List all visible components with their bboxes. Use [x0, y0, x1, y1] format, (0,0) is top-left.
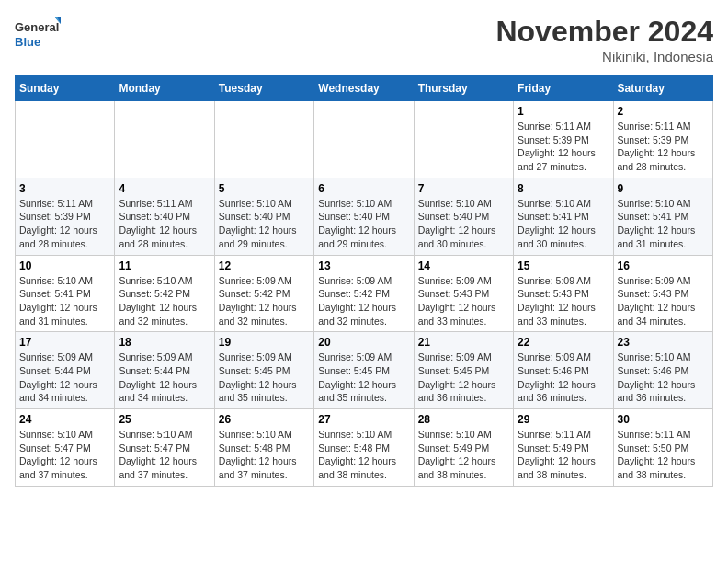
week-row-3: 10Sunrise: 5:10 AM Sunset: 5:41 PM Dayli… [16, 255, 713, 332]
day-number: 28 [418, 413, 509, 426]
empty-cell [414, 101, 513, 178]
day-cell-23: 23Sunrise: 5:10 AM Sunset: 5:46 PM Dayli… [613, 332, 712, 409]
day-cell-13: 13Sunrise: 5:09 AM Sunset: 5:42 PM Dayli… [314, 255, 414, 332]
day-info: Sunrise: 5:09 AM Sunset: 5:45 PM Dayligh… [318, 350, 409, 405]
day-number: 19 [219, 336, 310, 349]
day-number: 29 [518, 413, 609, 426]
day-number: 26 [219, 413, 310, 426]
day-cell-3: 3Sunrise: 5:11 AM Sunset: 5:39 PM Daylig… [16, 178, 115, 255]
day-info: Sunrise: 5:11 AM Sunset: 5:39 PM Dayligh… [618, 120, 709, 174]
day-cell-14: 14Sunrise: 5:09 AM Sunset: 5:43 PM Dayli… [414, 255, 513, 332]
day-cell-1: 1Sunrise: 5:11 AM Sunset: 5:39 PM Daylig… [514, 101, 613, 178]
empty-cell [314, 101, 414, 178]
day-number: 18 [119, 336, 210, 349]
day-cell-9: 9Sunrise: 5:10 AM Sunset: 5:41 PM Daylig… [613, 178, 712, 255]
day-cell-20: 20Sunrise: 5:09 AM Sunset: 5:45 PM Dayli… [314, 332, 414, 409]
empty-cell [214, 101, 313, 178]
day-number: 1 [518, 105, 609, 118]
weekday-header-tuesday: Tuesday [214, 76, 313, 101]
day-info: Sunrise: 5:09 AM Sunset: 5:44 PM Dayligh… [119, 350, 210, 405]
day-info: Sunrise: 5:10 AM Sunset: 5:49 PM Dayligh… [418, 428, 509, 482]
day-cell-22: 22Sunrise: 5:09 AM Sunset: 5:46 PM Dayli… [514, 332, 613, 409]
weekday-header-monday: Monday [115, 76, 214, 101]
title-block: November 2024 Nikiniki, Indonesia [495, 15, 713, 64]
empty-cell [16, 101, 115, 178]
day-info: Sunrise: 5:09 AM Sunset: 5:43 PM Dayligh… [618, 274, 709, 328]
day-cell-11: 11Sunrise: 5:10 AM Sunset: 5:42 PM Dayli… [115, 255, 214, 332]
day-cell-30: 30Sunrise: 5:11 AM Sunset: 5:50 PM Dayli… [613, 409, 712, 487]
day-number: 30 [618, 413, 709, 426]
day-number: 21 [418, 336, 509, 349]
day-info: Sunrise: 5:10 AM Sunset: 5:46 PM Dayligh… [618, 350, 709, 405]
day-cell-27: 27Sunrise: 5:10 AM Sunset: 5:48 PM Dayli… [314, 409, 414, 487]
day-number: 7 [418, 182, 509, 195]
day-info: Sunrise: 5:09 AM Sunset: 5:42 PM Dayligh… [219, 274, 310, 328]
day-cell-17: 17Sunrise: 5:09 AM Sunset: 5:44 PM Dayli… [16, 332, 115, 409]
day-number: 27 [318, 413, 409, 426]
calendar-table: SundayMondayTuesdayWednesdayThursdayFrid… [15, 75, 713, 487]
weekday-header-row: SundayMondayTuesdayWednesdayThursdayFrid… [16, 76, 713, 101]
day-cell-16: 16Sunrise: 5:09 AM Sunset: 5:43 PM Dayli… [613, 255, 712, 332]
day-cell-4: 4Sunrise: 5:11 AM Sunset: 5:40 PM Daylig… [115, 178, 214, 255]
weekday-header-wednesday: Wednesday [314, 76, 414, 101]
week-row-4: 17Sunrise: 5:09 AM Sunset: 5:44 PM Dayli… [16, 332, 713, 409]
day-cell-7: 7Sunrise: 5:10 AM Sunset: 5:40 PM Daylig… [414, 178, 513, 255]
day-info: Sunrise: 5:10 AM Sunset: 5:41 PM Dayligh… [618, 197, 709, 251]
day-info: Sunrise: 5:10 AM Sunset: 5:48 PM Dayligh… [219, 428, 310, 482]
day-number: 2 [618, 105, 709, 118]
day-number: 8 [518, 182, 609, 195]
day-info: Sunrise: 5:11 AM Sunset: 5:39 PM Dayligh… [518, 120, 609, 174]
day-number: 14 [418, 259, 509, 272]
day-cell-29: 29Sunrise: 5:11 AM Sunset: 5:49 PM Dayli… [514, 409, 613, 487]
month-title: November 2024 [495, 15, 713, 49]
day-info: Sunrise: 5:09 AM Sunset: 5:45 PM Dayligh… [418, 350, 509, 405]
day-info: Sunrise: 5:11 AM Sunset: 5:40 PM Dayligh… [119, 197, 210, 251]
day-cell-28: 28Sunrise: 5:10 AM Sunset: 5:49 PM Dayli… [414, 409, 513, 487]
day-info: Sunrise: 5:11 AM Sunset: 5:50 PM Dayligh… [618, 428, 709, 482]
day-number: 24 [19, 413, 110, 426]
weekday-header-friday: Friday [514, 76, 613, 101]
day-cell-21: 21Sunrise: 5:09 AM Sunset: 5:45 PM Dayli… [414, 332, 513, 409]
day-info: Sunrise: 5:09 AM Sunset: 5:43 PM Dayligh… [518, 274, 609, 328]
day-info: Sunrise: 5:10 AM Sunset: 5:42 PM Dayligh… [119, 274, 210, 328]
day-cell-19: 19Sunrise: 5:09 AM Sunset: 5:45 PM Dayli… [214, 332, 313, 409]
day-number: 22 [518, 336, 609, 349]
logo: General Blue [15, 15, 61, 53]
day-cell-26: 26Sunrise: 5:10 AM Sunset: 5:48 PM Dayli… [214, 409, 313, 487]
day-info: Sunrise: 5:10 AM Sunset: 5:40 PM Dayligh… [418, 197, 509, 251]
day-cell-12: 12Sunrise: 5:09 AM Sunset: 5:42 PM Dayli… [214, 255, 313, 332]
day-number: 6 [318, 182, 409, 195]
day-cell-5: 5Sunrise: 5:10 AM Sunset: 5:40 PM Daylig… [214, 178, 313, 255]
day-number: 16 [618, 259, 709, 272]
day-number: 15 [518, 259, 609, 272]
day-info: Sunrise: 5:10 AM Sunset: 5:40 PM Dayligh… [318, 197, 409, 251]
day-number: 3 [19, 182, 110, 195]
day-info: Sunrise: 5:09 AM Sunset: 5:44 PM Dayligh… [19, 350, 110, 405]
week-row-5: 24Sunrise: 5:10 AM Sunset: 5:47 PM Dayli… [16, 409, 713, 487]
day-number: 9 [618, 182, 709, 195]
weekday-header-thursday: Thursday [414, 76, 513, 101]
page-header: General Blue November 2024 Nikiniki, Ind… [15, 15, 713, 64]
day-info: Sunrise: 5:11 AM Sunset: 5:49 PM Dayligh… [518, 428, 609, 482]
day-info: Sunrise: 5:10 AM Sunset: 5:41 PM Dayligh… [19, 274, 110, 328]
svg-text:General: General [15, 20, 59, 34]
day-number: 13 [318, 259, 409, 272]
day-number: 10 [19, 259, 110, 272]
weekday-header-sunday: Sunday [16, 76, 115, 101]
location: Nikiniki, Indonesia [495, 49, 713, 64]
day-info: Sunrise: 5:10 AM Sunset: 5:48 PM Dayligh… [318, 428, 409, 482]
day-cell-10: 10Sunrise: 5:10 AM Sunset: 5:41 PM Dayli… [16, 255, 115, 332]
day-number: 23 [618, 336, 709, 349]
day-info: Sunrise: 5:10 AM Sunset: 5:41 PM Dayligh… [518, 197, 609, 251]
day-cell-25: 25Sunrise: 5:10 AM Sunset: 5:47 PM Dayli… [115, 409, 214, 487]
day-cell-18: 18Sunrise: 5:09 AM Sunset: 5:44 PM Dayli… [115, 332, 214, 409]
day-number: 11 [119, 259, 210, 272]
day-info: Sunrise: 5:10 AM Sunset: 5:40 PM Dayligh… [219, 197, 310, 251]
day-cell-2: 2Sunrise: 5:11 AM Sunset: 5:39 PM Daylig… [613, 101, 712, 178]
day-info: Sunrise: 5:11 AM Sunset: 5:39 PM Dayligh… [19, 197, 110, 251]
day-number: 5 [219, 182, 310, 195]
week-row-1: 1Sunrise: 5:11 AM Sunset: 5:39 PM Daylig… [16, 101, 713, 178]
day-cell-8: 8Sunrise: 5:10 AM Sunset: 5:41 PM Daylig… [514, 178, 613, 255]
day-number: 12 [219, 259, 310, 272]
empty-cell [115, 101, 214, 178]
